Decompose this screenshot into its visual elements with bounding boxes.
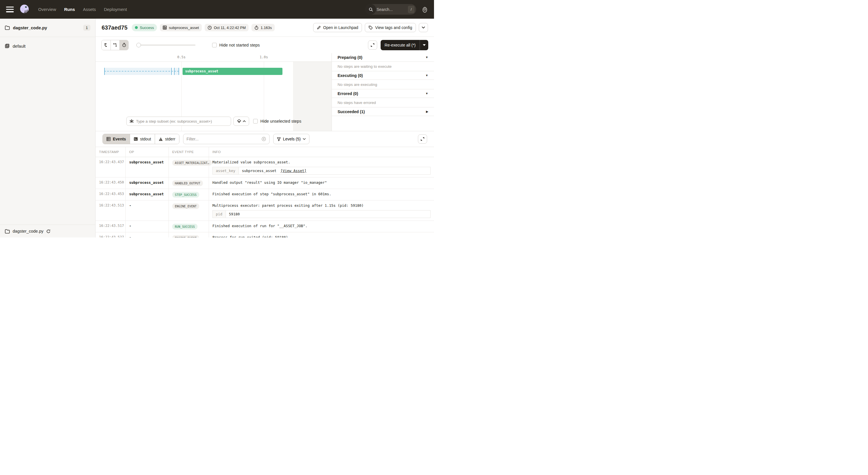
- view-mode-waterfall-button[interactable]: [111, 40, 119, 50]
- nav-item-runs[interactable]: Runs: [64, 7, 75, 12]
- event-row[interactable]: 16:22:43.513-ENGINE_EVENTMultiprocess ex…: [96, 201, 434, 221]
- event-info-text: Handled output "result" using IO manager…: [212, 180, 431, 185]
- hide-not-started-option[interactable]: Hide not started steps: [212, 43, 260, 48]
- view-asset-link[interactable]: [View Asset]: [280, 169, 306, 173]
- nav-item-deployment[interactable]: Deployment: [104, 7, 127, 12]
- search-icon: [365, 4, 376, 14]
- gantt-view-mode-group: [101, 40, 129, 50]
- event-row[interactable]: 16:22:43.437subprocess_assetASSET_MATERI…: [96, 157, 434, 177]
- run-actions-chevron-button[interactable]: [419, 23, 428, 32]
- tag-icon: [369, 26, 373, 30]
- hide-unselected-checkbox[interactable]: [253, 119, 258, 123]
- tab-stdout[interactable]: stdout: [130, 134, 155, 144]
- global-search[interactable]: /: [365, 4, 416, 14]
- graph-query-toggle-button[interactable]: [234, 117, 249, 126]
- clear-filter-icon[interactable]: [261, 137, 266, 141]
- event-row[interactable]: 16:22:43.517-RUN_SUCCESSFinished executi…: [96, 221, 434, 232]
- step-section-header[interactable]: Preparing (0)▼: [332, 53, 434, 62]
- step-section-header[interactable]: Succeeded (1)▶: [332, 108, 434, 116]
- events-table: TIMESTAMPOPEVENT TYPEINFO 16:22:43.437su…: [96, 147, 434, 237]
- left-sidebar: dagster_code.py 1 default dagster_code.p…: [0, 19, 96, 237]
- settings-gear-icon[interactable]: [422, 6, 428, 12]
- event-info-text: Materialized value subprocess_asset.: [212, 160, 431, 164]
- gantt-step-bar[interactable]: subprocess_asset: [183, 68, 282, 75]
- op-selector-icon: [129, 119, 134, 123]
- levels-filter-button[interactable]: Levels (5): [273, 134, 309, 144]
- metadata-value: subprocess_asset: [242, 169, 276, 173]
- column-header-timestamp: TIMESTAMP: [96, 147, 126, 157]
- tab-events[interactable]: Events: [103, 134, 130, 144]
- search-input[interactable]: [376, 7, 408, 12]
- event-type-badge: ASSET_MATERIALIZAT…: [172, 160, 212, 166]
- tab-stderr[interactable]: stderr: [155, 134, 179, 144]
- expand-icon: [371, 43, 375, 47]
- step-section-header[interactable]: Errored (0)▼: [332, 89, 434, 98]
- event-timestamp: 16:22:43.517: [96, 221, 126, 232]
- duration-tag: 1.163s: [251, 24, 275, 31]
- topbar: OverviewRunsAssetsDeployment /: [0, 0, 434, 19]
- repo-header[interactable]: dagster_code.py 1: [0, 19, 95, 37]
- hamburger-menu-icon[interactable]: [6, 7, 14, 12]
- gantt-chart: 0.5s 1.0s subprocess_asset: [96, 53, 332, 131]
- gantt-expand-button[interactable]: [368, 40, 377, 50]
- caret-down-icon: ▼: [425, 92, 428, 95]
- event-type-badge: STEP_SUCCESS: [172, 192, 199, 198]
- step-section-empty-text: No steps are waiting to execute: [332, 62, 434, 71]
- step-section-empty-text: No steps have errored: [332, 98, 434, 108]
- step-section-header[interactable]: Executing (0)▼: [332, 71, 434, 80]
- event-info-text: Finished execution of step "subprocess_a…: [212, 192, 431, 196]
- run-id: 637aed75: [102, 24, 127, 31]
- job-icon: [5, 43, 9, 48]
- step-subset-input[interactable]: [136, 119, 228, 123]
- step-subset-inputbox[interactable]: [126, 117, 231, 126]
- gantt-timeline: 0.5s 1.0s: [96, 53, 332, 62]
- event-type-badge: ENGINE_EVENT: [172, 235, 199, 237]
- nav-item-assets[interactable]: Assets: [83, 7, 96, 12]
- job-tag[interactable]: subprocess_asset: [160, 24, 202, 31]
- chevron-down-icon: [422, 26, 425, 29]
- event-timestamp: 16:22:43.437: [96, 157, 126, 177]
- event-type-badge: RUN_SUCCESS: [172, 224, 197, 230]
- start-time-tag: Oct 11, 4:22:42 PM: [205, 24, 249, 31]
- hide-not-started-checkbox[interactable]: [212, 43, 217, 48]
- caret-right-icon: ▶: [426, 110, 428, 113]
- dagster-logo[interactable]: [19, 4, 30, 15]
- event-info-text: Multiprocess executor: parent process ex…: [212, 203, 431, 208]
- pencil-icon: [317, 26, 321, 30]
- repo-name: dagster_code.py: [13, 25, 47, 30]
- view-tags-config-button[interactable]: View tags and config: [365, 23, 416, 32]
- event-timestamp: 16:22:43.453: [96, 189, 126, 200]
- event-metadata-table: asset_keysubprocess_asset[View Asset]: [212, 167, 431, 175]
- open-in-launchpad-button[interactable]: Open in Launchpad: [313, 23, 362, 32]
- view-mode-timed-button[interactable]: [119, 40, 128, 50]
- event-row[interactable]: 16:22:43.450subprocess_assetHANDLED_OUTP…: [96, 177, 434, 189]
- metadata-key: asset_key: [213, 167, 239, 174]
- event-type-badge: HANDLED_OUTPUT: [172, 180, 203, 186]
- gantt-zoom-slider[interactable]: [136, 43, 195, 48]
- gantt-toolbar: Hide not started steps Re-execute all (*…: [96, 37, 434, 53]
- hide-unselected-option[interactable]: Hide unselected steps: [253, 119, 301, 123]
- event-row[interactable]: 16:22:43.527-ENGINE_EVENTProcess for run…: [96, 232, 434, 237]
- view-mode-flat-button[interactable]: [102, 40, 111, 50]
- log-filter-input[interactable]: [187, 137, 259, 141]
- nav-item-overview[interactable]: Overview: [38, 7, 56, 12]
- reexecute-dropdown-button[interactable]: [420, 40, 428, 50]
- step-section-label: Succeeded (1): [338, 110, 365, 114]
- events-toolbar: Events stdout stderr Levels (5): [96, 131, 434, 147]
- reload-repo-icon[interactable]: [46, 229, 51, 234]
- slider-thumb[interactable]: [136, 43, 141, 48]
- log-filter-box[interactable]: [183, 134, 270, 144]
- events-table-header: TIMESTAMPOPEVENT TYPEINFO: [96, 147, 434, 157]
- event-row[interactable]: 16:22:43.453subprocess_assetSTEP_SUCCESS…: [96, 189, 434, 201]
- chevron-down-icon: [303, 138, 306, 140]
- sidebar-item-default-job[interactable]: default: [0, 40, 95, 52]
- sidebar-footer: dagster_code.py: [0, 225, 95, 237]
- event-timestamp: 16:22:43.450: [96, 177, 126, 189]
- logs-expand-button[interactable]: [418, 135, 427, 144]
- reexecute-all-button[interactable]: Re-execute all (*): [381, 40, 420, 50]
- event-op: -: [126, 221, 169, 232]
- status-dot: [135, 26, 138, 29]
- warning-triangle-icon: [159, 137, 163, 141]
- column-header-event-type: EVENT TYPE: [169, 147, 209, 157]
- table-icon: [106, 137, 111, 141]
